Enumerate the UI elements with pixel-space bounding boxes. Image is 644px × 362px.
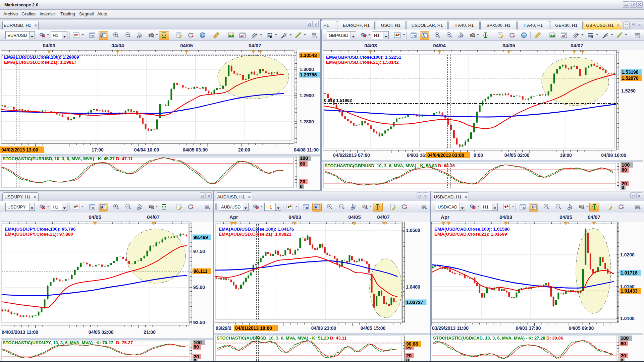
svg-text:A: A	[531, 205, 534, 209]
svg-text:Q: Q	[151, 34, 153, 37]
svg-text:Q: Q	[151, 205, 153, 208]
svg-text:B: B	[414, 35, 416, 38]
svg-text:B: B	[306, 206, 308, 209]
svg-text:A: A	[315, 205, 317, 209]
svg-text:Q: Q	[365, 205, 367, 208]
svg-text:A: A	[422, 34, 425, 38]
svg-text:F: F	[270, 36, 272, 39]
svg-text:A: A	[101, 34, 103, 38]
svg-text:B: B	[92, 206, 95, 209]
svg-text:Q: Q	[472, 34, 475, 37]
svg-text:F: F	[591, 36, 593, 39]
svg-text:B: B	[92, 35, 95, 38]
svg-text:B: B	[523, 206, 525, 209]
svg-text:Q: Q	[581, 205, 584, 208]
svg-text:A: A	[101, 205, 103, 209]
